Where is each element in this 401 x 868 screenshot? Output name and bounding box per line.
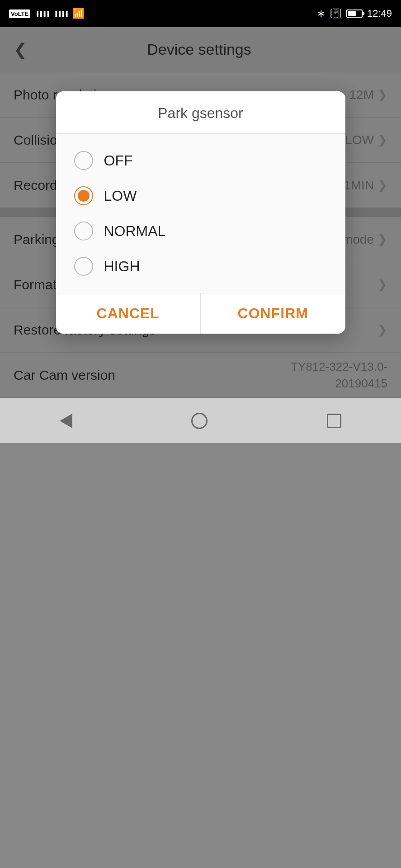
dialog-title: Park gsensor [56,91,345,134]
radio-option-high[interactable]: HIGH [74,249,327,284]
modal-overlay: Park gsensor OFF LOW NORMAL [0,27,401,398]
status-right: ∗ 📳 12:49 [317,8,392,19]
nav-recents-button[interactable] [313,409,355,433]
cancel-button[interactable]: CANCEL [56,293,201,334]
radio-circle-off [74,151,93,170]
confirm-button[interactable]: CONFIRM [201,293,345,334]
radio-option-low[interactable]: LOW [74,178,327,213]
radio-circle-normal [74,222,93,241]
wifi-icon: 📶 [72,8,85,19]
radio-option-off[interactable]: OFF [74,143,327,178]
battery-indicator [346,9,363,18]
home-nav-icon [191,413,208,429]
network-indicator-2: ▐▐▐▐ [53,11,67,16]
nav-home-button[interactable] [178,408,221,434]
clock: 12:49 [367,8,392,19]
radio-circle-high [74,257,93,276]
radio-circle-low [74,186,93,205]
network-indicator-1: ▐▐▐▐ [35,11,49,16]
vibration-icon: 📳 [330,8,342,19]
radio-option-normal[interactable]: NORMAL [74,213,327,249]
radio-label-low: LOW [104,188,137,204]
dialog-park-gsensor: Park gsensor OFF LOW NORMAL [56,91,345,334]
recents-nav-icon [327,414,341,428]
radio-label-off: OFF [104,152,133,169]
radio-label-normal: NORMAL [104,223,166,240]
radio-label-high: HIGH [104,258,140,275]
dialog-options: OFF LOW NORMAL HIGH [56,134,345,293]
nav-back-button[interactable] [46,409,86,433]
radio-inner-low [78,190,90,202]
status-bar: VoLTE ▐▐▐▐ ▐▐▐▐ 📶 ∗ 📳 12:49 [0,0,401,27]
battery-fill [348,11,356,16]
back-nav-icon [60,414,72,428]
volte-badge: VoLTE [9,9,30,18]
bluetooth-icon: ∗ [317,8,325,19]
nav-bar [0,398,401,443]
status-left: VoLTE ▐▐▐▐ ▐▐▐▐ 📶 [9,8,85,19]
page-background: ❮ Device settings Photo resolution 12M ❯… [0,27,401,398]
dialog-actions: CANCEL CONFIRM [56,293,345,334]
